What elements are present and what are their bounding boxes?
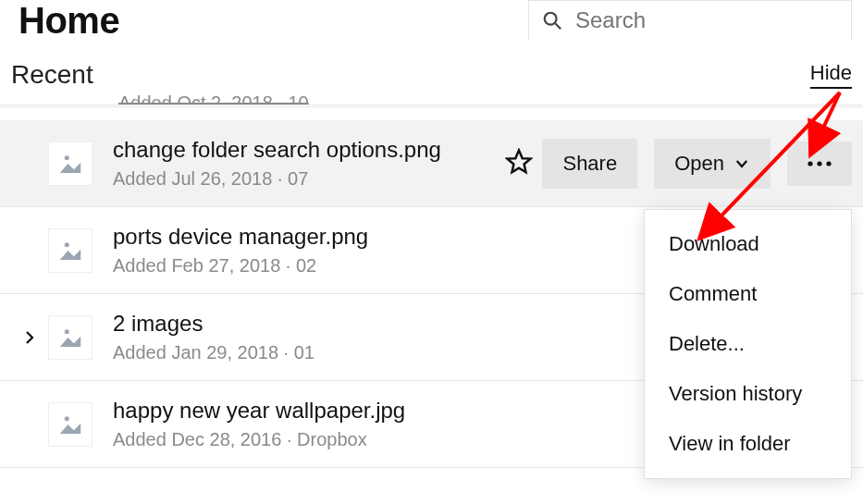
- svg-point-2: [65, 155, 69, 160]
- menu-delete[interactable]: Delete...: [645, 319, 851, 369]
- file-row[interactable]: change folder search options.png Added J…: [0, 120, 863, 207]
- star-icon: [505, 148, 533, 176]
- svg-point-0: [545, 13, 557, 25]
- image-file-icon: [48, 141, 92, 186]
- more-actions-menu: Download Comment Delete... Version histo…: [644, 209, 852, 479]
- svg-point-5: [817, 161, 821, 166]
- file-name: change folder search options.png: [113, 137, 487, 163]
- svg-marker-3: [508, 150, 531, 172]
- menu-view-in-folder[interactable]: View in folder: [645, 419, 851, 469]
- menu-version-history[interactable]: Version history: [645, 369, 851, 419]
- image-file-icon: [48, 315, 92, 360]
- image-file-icon: [48, 228, 92, 273]
- open-button[interactable]: Open: [654, 139, 771, 189]
- search-icon: [542, 10, 562, 31]
- chevron-down-icon: [734, 155, 750, 172]
- svg-point-9: [65, 416, 69, 421]
- search-box[interactable]: [528, 0, 852, 40]
- menu-comment[interactable]: Comment: [645, 269, 851, 319]
- open-button-label: Open: [674, 152, 724, 176]
- ellipsis-icon: [806, 154, 833, 173]
- share-button[interactable]: Share: [542, 139, 637, 189]
- svg-line-1: [555, 23, 561, 29]
- image-file-icon: [48, 402, 92, 447]
- file-meta: Added Jul 26, 2018 · 07: [113, 168, 487, 190]
- star-button[interactable]: [487, 148, 542, 179]
- svg-point-7: [65, 242, 69, 247]
- partial-row-meta: Added Oct 2, 2018 · 10: [0, 92, 863, 105]
- menu-download[interactable]: Download: [645, 219, 851, 269]
- section-recent-label: Recent: [11, 60, 93, 90]
- svg-point-8: [65, 329, 69, 334]
- more-actions-button[interactable]: [787, 141, 852, 186]
- page-title: Home: [18, 0, 119, 42]
- svg-point-4: [808, 161, 812, 166]
- chevron-right-icon[interactable]: [21, 329, 38, 346]
- hide-link[interactable]: Hide: [810, 61, 852, 89]
- search-input[interactable]: [573, 6, 838, 34]
- svg-point-6: [826, 161, 831, 166]
